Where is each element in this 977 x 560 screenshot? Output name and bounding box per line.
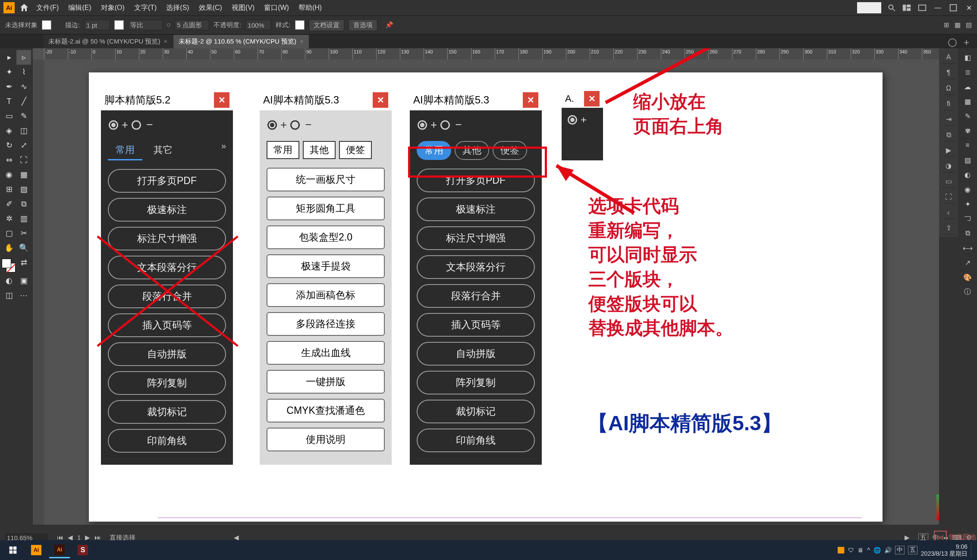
tab-other[interactable]: 其它 — [146, 141, 180, 160]
script-button[interactable]: CMYK查找潘通色 — [267, 399, 385, 422]
brush-dropdown[interactable]: 5 点圆形 — [175, 20, 209, 30]
script-button[interactable]: 包装盒型2.0 — [267, 225, 385, 249]
eraser-tool[interactable]: ◫ — [16, 123, 31, 138]
script-button[interactable]: 印前角线 — [108, 429, 226, 453]
radio-off-icon[interactable] — [132, 120, 141, 130]
panel-close-button[interactable]: ✕ — [214, 92, 229, 108]
script-button[interactable]: 矩形圆角工具 — [267, 197, 385, 220]
libraries-icon[interactable]: ☁ — [961, 80, 974, 93]
minimize-button[interactable]: — — [933, 3, 942, 13]
start-button[interactable] — [3, 542, 23, 558]
plus-icon[interactable]: + — [581, 114, 587, 126]
tab-common[interactable]: 常用 — [267, 141, 299, 159]
curvature-tool[interactable]: ∿ — [16, 79, 31, 94]
transparency-icon[interactable]: ◐ — [961, 168, 974, 181]
panel-close-button[interactable]: ✕ — [373, 92, 388, 108]
script-button[interactable]: 裁切标记 — [417, 400, 535, 423]
tab-close-icon[interactable]: × — [163, 38, 167, 45]
gradient-tool[interactable]: ▨ — [16, 182, 31, 197]
add-icon[interactable]: + — [964, 37, 969, 48]
script-button[interactable]: 标注尺寸增强 — [417, 226, 535, 250]
properties-icon[interactable]: ◧ — [961, 51, 974, 64]
paragraph-icon[interactable]: ¶ — [942, 66, 955, 79]
tray-ime-2[interactable]: 五 — [908, 546, 917, 554]
draw-mode-icon[interactable]: ◫ — [2, 288, 16, 303]
pin-icon[interactable]: 📌 — [385, 21, 393, 29]
scale-tool[interactable]: ⤢ — [16, 138, 31, 153]
paintbrush-tool[interactable]: ✎ — [16, 109, 31, 123]
document-setup-button[interactable]: 文档设置 — [309, 19, 344, 31]
script-button[interactable]: 极速标注 — [417, 197, 535, 221]
swatches-icon[interactable]: ▦ — [961, 95, 974, 108]
maximize-button[interactable] — [949, 3, 958, 13]
plus-icon[interactable]: + — [430, 118, 437, 131]
export-icon[interactable]: ⇪ — [942, 222, 955, 235]
menu-type[interactable]: 文字(T) — [132, 3, 159, 13]
lasso-tool[interactable]: ⌇ — [16, 65, 31, 79]
glyphs-icon[interactable]: Ω — [942, 82, 955, 95]
chevron-right-icon[interactable]: » — [221, 141, 226, 160]
magic-wand-tool[interactable]: ✦ — [2, 65, 16, 79]
minus-icon[interactable]: − — [146, 118, 153, 131]
menu-effect[interactable]: 效果(C) — [196, 3, 225, 13]
brushes-icon[interactable]: ✎ — [961, 109, 974, 122]
eyedropper-tool[interactable]: ✐ — [2, 197, 16, 211]
direct-selection-tool[interactable]: ▹ — [16, 50, 31, 65]
script-button[interactable]: 使用说明 — [267, 428, 385, 451]
tray-security-icon[interactable]: 🛡 — [848, 547, 854, 554]
actions-icon[interactable]: ▶ — [942, 144, 955, 157]
stroke-weight-dropdown[interactable]: 1 pt — [84, 20, 110, 30]
gradient-icon[interactable]: ▨ — [961, 153, 974, 166]
opacity-dropdown[interactable]: 100% — [245, 20, 271, 30]
tray-ime-1[interactable]: 中 — [895, 546, 905, 554]
script-button[interactable]: 一键拼版 — [267, 370, 385, 394]
screen-mode-icon[interactable]: ▣ — [16, 273, 31, 288]
script-button[interactable]: 多段路径连接 — [267, 312, 385, 336]
script-button[interactable]: 插入页码等 — [417, 313, 535, 337]
rec-icon[interactable] — [948, 38, 957, 47]
tray-network-icon[interactable]: 🌐 — [873, 547, 881, 554]
slice-tool[interactable]: ✂ — [16, 226, 31, 241]
rectangle-tool[interactable]: ▭ — [2, 109, 16, 123]
layers-icon[interactable]: ≣ — [961, 66, 974, 78]
snap-icon[interactable]: ⊞ — [944, 21, 949, 29]
tab-other[interactable]: 其他 — [303, 141, 336, 159]
tab-close-icon[interactable]: × — [300, 38, 304, 45]
script-button[interactable]: 阵列复制 — [108, 371, 226, 395]
tab-common[interactable]: 常用 — [108, 141, 142, 160]
plus-icon[interactable]: + — [280, 118, 287, 131]
hand-tool[interactable]: ✋ — [2, 241, 16, 255]
graph-tool[interactable]: ▥ — [16, 211, 31, 226]
menu-window[interactable]: 窗口(W) — [261, 3, 292, 13]
tray-clock[interactable]: 9:06 2023/8/13 星期日 — [921, 543, 968, 557]
pen-tool[interactable]: ✒ — [2, 79, 16, 94]
line-tool[interactable]: ╱ — [16, 94, 31, 109]
width-tool[interactable]: ⇔ — [2, 153, 16, 167]
script-button[interactable]: 插入页码等 — [108, 313, 226, 337]
minus-icon[interactable]: − — [305, 118, 311, 131]
menu-help[interactable]: 帮助(H) — [296, 3, 324, 13]
doc-icon[interactable]: ▦ — [955, 21, 961, 29]
type-tool[interactable]: T — [2, 94, 16, 109]
character-icon[interactable]: A — [942, 51, 955, 64]
radio-on-icon[interactable] — [418, 120, 427, 130]
stroke-icon[interactable]: ≡ — [961, 139, 974, 152]
grid-icon[interactable]: ▤ — [966, 21, 972, 29]
script-button[interactable]: 自动拼版 — [108, 342, 226, 366]
free-transform-tool[interactable]: ⛶ — [16, 153, 31, 167]
radio-on-icon[interactable] — [267, 120, 277, 130]
taskbar-app-ai-2[interactable]: Ai — [49, 542, 70, 558]
navigator-icon[interactable]: ⛶ — [942, 191, 955, 203]
radio-on-icon[interactable] — [109, 120, 118, 130]
css-icon[interactable]: 𝔠 — [942, 206, 955, 219]
taskbar-app-ai[interactable]: Ai — [26, 542, 47, 558]
graphic-styles-icon[interactable]: ✦ — [961, 197, 974, 210]
script-button[interactable]: 文本段落分行 — [108, 256, 226, 279]
radio-on-icon[interactable] — [568, 115, 577, 125]
show-desktop-button[interactable] — [971, 542, 974, 558]
uniform-dropdown[interactable]: 等比 — [128, 20, 163, 30]
artboard-tool[interactable]: ▢ — [2, 226, 16, 241]
transform-icon[interactable]: ⟷ — [961, 241, 974, 254]
pathfinder-icon[interactable]: ⧉ — [961, 227, 974, 240]
stroke-swatch[interactable] — [114, 20, 124, 30]
